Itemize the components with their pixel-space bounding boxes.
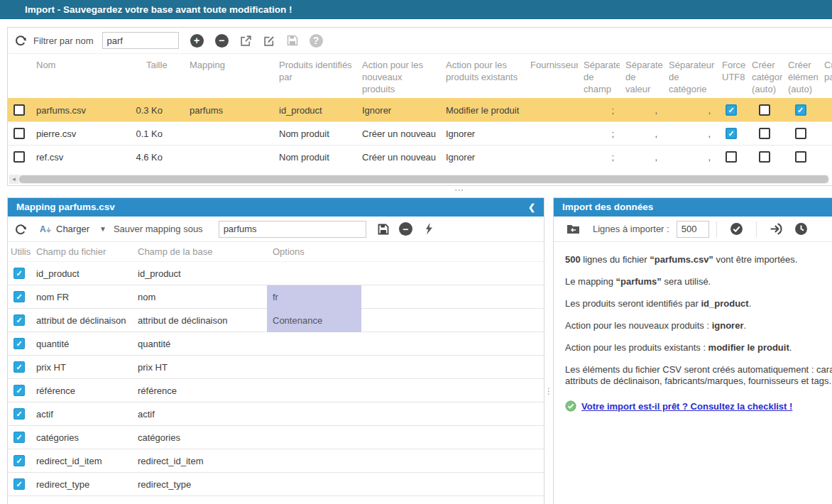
mapping-used-cell: ✓ (8, 408, 31, 420)
file-field-cell: prix HT (31, 362, 132, 373)
collapse-panel-icon[interactable]: ❮ (528, 198, 535, 217)
table-cell: , (620, 105, 663, 116)
row-select-checkbox[interactable] (13, 104, 25, 116)
mapping-used-checkbox[interactable]: ✓ (13, 455, 25, 466)
create-categories-checkbox[interactable] (759, 104, 770, 116)
row-select-checkbox[interactable] (13, 128, 25, 139)
mapping-used-checkbox[interactable]: ✓ (13, 338, 25, 349)
mapping-used-checkbox[interactable]: ✓ (13, 291, 25, 302)
scroll-left-arrow[interactable]: ◂ (9, 175, 18, 184)
row-select-cell (8, 104, 31, 116)
option-select[interactable]: fr (267, 285, 361, 309)
table-row[interactable]: parfums.csv0.3 Koparfumsid_productIgnore… (8, 98, 832, 121)
import-message: Le mapping “parfums” sera utilisé. (565, 276, 832, 287)
horizontal-scrollbar[interactable]: ◂ (9, 175, 829, 184)
save-mapping-icon[interactable] (378, 224, 389, 235)
force-utf8-checkbox[interactable]: ✓ (726, 128, 737, 139)
schedule-icon[interactable] (794, 222, 808, 236)
panel-resize-handle-horizontal[interactable]: ⋯ (454, 185, 465, 195)
file-field-cell: quantité (31, 339, 132, 349)
row-flag-cell: ✓ (716, 128, 746, 139)
row-select-cell (8, 151, 31, 163)
row-flag-cell: ✓ (782, 104, 819, 116)
refresh-icon[interactable] (15, 224, 26, 235)
mapping-name-input[interactable] (219, 221, 366, 238)
column-header-s-parateur-de-champ: Séparateur de champ (578, 54, 620, 98)
mapping-column-header-options: Options (267, 246, 361, 257)
import-message: Action pour les nouveaux produits : igno… (565, 320, 832, 332)
save-icon[interactable] (287, 35, 298, 46)
remove-file-button[interactable]: − (215, 34, 229, 48)
toolbar-divider (756, 221, 757, 237)
edit-icon[interactable] (263, 35, 275, 47)
mapping-used-checkbox[interactable]: ✓ (13, 361, 25, 373)
column-header-action-pour-les-produits-existants: Action pour les produits existants (440, 54, 525, 98)
table-cell: Modifier le produit (440, 105, 525, 116)
mapping-used-checkbox[interactable]: ✓ (13, 314, 25, 326)
row-flag-cell (782, 151, 819, 163)
file-field-cell: redirect_type (31, 479, 132, 490)
file-field-cell: attribut de déclinaison (31, 315, 132, 326)
mapping-used-checkbox[interactable]: ✓ (13, 478, 25, 490)
force-utf8-checkbox[interactable] (726, 151, 737, 163)
scrollbar-thumb[interactable] (19, 175, 828, 183)
row-flag-cell (746, 104, 782, 116)
load-mapping-caret-icon[interactable]: ▼ (99, 225, 106, 233)
mapping-panel-title: Mapping parfums.csv (16, 198, 115, 217)
create-elements-checkbox[interactable] (795, 128, 806, 139)
column-header-force-utf8: Force UTF8 (716, 54, 746, 98)
checklist-link[interactable]: Votre import est-il prêt ? Consultez la … (581, 401, 792, 412)
load-mapping-button[interactable]: A Charger (39, 224, 89, 235)
table-row[interactable]: pierre.csv0.1 KoNom produitCréer un nouv… (8, 121, 832, 145)
table-cell: , (663, 128, 716, 139)
mapping-row: ✓redirect_typeredirect_type (8, 473, 544, 496)
import-message: 500 lignes du fichier “parfums.csv” vont… (565, 254, 832, 265)
validate-icon[interactable] (730, 222, 743, 236)
table-cell: Ignorer (356, 105, 440, 116)
import-folder-icon[interactable] (566, 224, 580, 234)
create-elements-checkbox[interactable]: ✓ (795, 104, 806, 116)
force-utf8-checkbox[interactable]: ✓ (726, 104, 737, 116)
mapping-row: ✓nom FRnomfr (8, 285, 544, 309)
create-elements-checkbox[interactable] (795, 151, 806, 163)
table-row[interactable]: ref.csv4.6 KoNom produitCréer un nouveau… (8, 145, 832, 168)
auto-mapping-icon[interactable] (424, 223, 434, 235)
db-field-cell: prix HT (132, 362, 267, 373)
column-header-cr-er-cat-gories-auto-: Créer catégories (auto) (746, 54, 782, 98)
table-cell: Créer un nouveau (356, 128, 440, 139)
mapping-used-checkbox[interactable]: ✓ (13, 432, 25, 443)
mapping-used-checkbox[interactable]: ✓ (13, 268, 25, 279)
svg-text:A: A (40, 224, 46, 234)
option-select[interactable]: Contenance (267, 309, 361, 332)
table-cell: Ignorer (440, 128, 525, 139)
column-header-fournisseur: Fournisseur (525, 54, 578, 98)
file-field-cell: id_product (31, 268, 132, 279)
row-flag-cell (746, 128, 782, 139)
delete-mapping-button[interactable]: − (399, 222, 412, 236)
files-toolbar: Filtrer par nom + − ? (8, 28, 832, 54)
add-file-button[interactable]: + (190, 34, 204, 48)
refresh-icon[interactable] (15, 35, 26, 46)
mapping-row: ✓attribut de déclinaisonattribut de décl… (8, 309, 544, 332)
lines-to-import-input[interactable] (677, 221, 709, 238)
run-import-icon[interactable] (770, 222, 783, 236)
filter-input[interactable] (102, 32, 179, 49)
table-cell: 0.1 Ko (124, 128, 184, 139)
panel-resize-handle-vertical[interactable]: ⋮ (544, 389, 553, 394)
table-cell: parfums (184, 105, 273, 116)
create-categories-checkbox[interactable] (759, 128, 770, 139)
mapping-used-checkbox[interactable]: ✓ (13, 385, 25, 396)
help-icon[interactable]: ? (310, 34, 323, 48)
mapping-used-cell: ✓ (8, 385, 31, 396)
db-field-cell: nom (132, 292, 267, 302)
mapping-row: ✓catégoriescatégories (8, 426, 544, 449)
create-categories-checkbox[interactable] (759, 151, 770, 163)
mapping-used-checkbox[interactable]: ✓ (13, 408, 25, 420)
db-field-cell: référence (132, 385, 267, 396)
mapping-used-cell: ✓ (8, 361, 31, 373)
db-field-cell: quantité (132, 339, 267, 349)
row-select-checkbox[interactable] (13, 151, 25, 163)
open-external-icon[interactable] (240, 35, 252, 47)
column-header-cr-er-packs: Créer packs (819, 54, 832, 98)
mapping-used-cell: ✓ (8, 432, 31, 443)
